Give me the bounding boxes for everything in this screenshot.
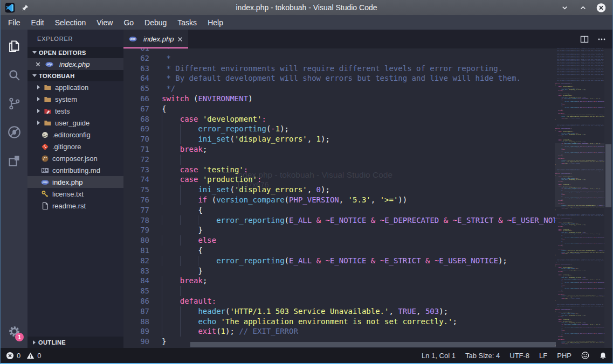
explorer-sidebar: EXPLORER OPEN EDITORS phpindex.php TOKOB… (27, 30, 123, 348)
warnings-icon[interactable] (26, 352, 35, 360)
svg-text:php: php (46, 62, 52, 66)
horizontal-scrollbar-thumb[interactable] (190, 342, 556, 347)
chevron-right-icon (37, 109, 40, 113)
code-line-65: 65 */ (123, 83, 555, 94)
code-line-77: 77 { (123, 205, 555, 215)
tree-item-contributing.md[interactable]: contributing.md (27, 164, 123, 176)
minimap[interactable]: * Different environments will require di… (555, 48, 604, 348)
folder-section-label: TOKOBUAH (39, 73, 75, 79)
menu-file[interactable]: File (3, 17, 26, 29)
tree-item-label: tests (55, 107, 70, 115)
horizontal-scrollbar[interactable] (123, 342, 555, 348)
errors-count[interactable]: 0 (17, 352, 20, 360)
tree-item-index.php[interactable]: phpindex.php (27, 176, 123, 188)
tab-close-icon[interactable] (176, 36, 184, 43)
tree-item-user_guide[interactable]: user_guide (27, 117, 123, 129)
php-icon: php (41, 178, 49, 186)
open-editor-index.php[interactable]: phpindex.php (27, 58, 123, 70)
menu-edit[interactable]: Edit (26, 17, 50, 29)
split-editor-icon[interactable] (580, 35, 589, 44)
code-line-83: 83 } (123, 266, 555, 276)
menu-help[interactable]: Help (202, 17, 229, 29)
activity-extensions-button[interactable] (4, 150, 24, 171)
folder-section-header[interactable]: TOKOBUAH (27, 70, 123, 81)
maximize-button[interactable] (578, 3, 588, 12)
tree-item-application[interactable]: application (27, 81, 123, 93)
minimize-button[interactable] (560, 3, 569, 12)
warnings-count[interactable]: 0 (37, 352, 41, 360)
tree-item-readme.rst[interactable]: readme.rst (27, 200, 123, 212)
open-editor-label: index.php (59, 60, 89, 68)
code-line-86: 86 default: (123, 296, 555, 306)
tab-index-php[interactable]: php index.php (123, 30, 188, 48)
errors-icon[interactable] (6, 352, 14, 360)
activity-explorer-button[interactable] (4, 36, 24, 57)
code-area[interactable]: 61 *62 *63 * Different environments will… (123, 48, 555, 348)
menu-selection[interactable]: Selection (50, 17, 92, 29)
vertical-scrollbar-thumb[interactable] (605, 144, 611, 207)
vertical-scrollbar[interactable] (604, 48, 612, 348)
chevron-down-icon (32, 74, 37, 77)
tree-item-label: .editorconfig (52, 131, 91, 139)
code-line-68: 68 case 'development': (123, 114, 555, 124)
tree-item-label: system (55, 95, 77, 103)
outline-header[interactable]: OUTLINE (27, 337, 123, 348)
status-bar: 0 0 Ln 1, Col 1Tab Size: 4UTF-8LFPHP (1, 348, 612, 363)
activity-debug-button[interactable] (4, 122, 24, 142)
folder-icon (44, 83, 52, 92)
tree-item-label: license.txt (52, 190, 84, 198)
notifications-bell-icon[interactable] (599, 352, 607, 360)
tree-item-.gitignore[interactable]: .gitignore (27, 141, 123, 152)
status-utf-8[interactable]: UTF-8 (509, 352, 529, 360)
code-line-81: 81 { (123, 246, 555, 256)
folder-icon (44, 119, 52, 127)
code-line-67: 67{ (123, 104, 555, 114)
git-branch-icon (7, 96, 22, 111)
open-editors-list: phpindex.php (27, 58, 123, 70)
php-file-icon: php (45, 60, 53, 68)
doc-icon (41, 202, 49, 210)
vscode-logo-icon (5, 3, 15, 13)
feedback-smiley-icon[interactable] (581, 352, 589, 360)
code-editor[interactable]: 61 *62 *63 * Different environments will… (123, 48, 612, 348)
tree-item-.editorconfig[interactable]: .editorconfig (27, 129, 123, 141)
menu-tasks[interactable]: Tasks (172, 17, 202, 29)
pin-icon[interactable] (21, 4, 29, 12)
more-actions-icon[interactable] (597, 35, 606, 44)
settings-badge: 1 (15, 333, 24, 341)
status-lf[interactable]: LF (539, 352, 547, 360)
chevron-right-icon (33, 340, 36, 345)
code-line-88: 88 echo 'The application environment is … (123, 317, 555, 327)
open-editors-header[interactable]: OPEN EDITORS (27, 47, 123, 58)
tree-item-tests[interactable]: tests (27, 105, 123, 117)
menu-debug[interactable]: Debug (139, 17, 172, 29)
minimap-viewport (555, 143, 604, 207)
activity-bar: 1 (1, 30, 27, 348)
status-ln-1-col-1[interactable]: Ln 1, Col 1 (422, 352, 456, 360)
close-button[interactable] (596, 3, 606, 12)
tree-item-system[interactable]: system (27, 93, 123, 105)
status-php[interactable]: PHP (557, 352, 571, 360)
git-icon (41, 143, 49, 151)
window-titlebar: index.php - tokobuah - Visual Studio Cod… (1, 0, 612, 15)
code-line-70: 70 ini_set('display_errors', 1); (123, 134, 555, 144)
tree-item-label: contributing.md (52, 166, 100, 174)
status-tab-size-4[interactable]: Tab Size: 4 (465, 352, 500, 360)
settings-gear-button[interactable]: 1 (4, 321, 24, 341)
menu-go[interactable]: Go (118, 17, 139, 29)
menu-bar: FileEditSelectionViewGoDebugTasksHelp (1, 15, 612, 30)
tree-item-license.txt[interactable]: license.txt (27, 188, 123, 200)
menu-view[interactable]: View (91, 17, 118, 29)
search-icon (7, 68, 22, 82)
activity-search-button[interactable] (4, 65, 24, 85)
tab-bar: php index.php (123, 30, 612, 48)
tree-item-label: application (55, 83, 88, 92)
close-editor-icon[interactable] (34, 60, 42, 68)
folder-icon (44, 95, 52, 103)
outline-label: OUTLINE (38, 339, 66, 346)
code-line-85: 85 (123, 286, 555, 296)
tree-item-composer.json[interactable]: composer.json (27, 152, 123, 164)
composer-icon (41, 155, 49, 163)
svg-text:php: php (42, 180, 47, 184)
activity-source-control-button[interactable] (4, 93, 24, 114)
